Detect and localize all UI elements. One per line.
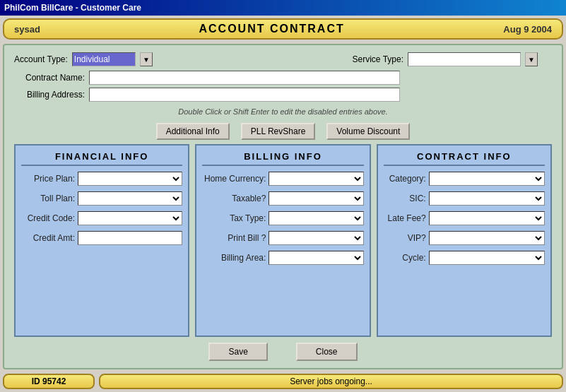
billing-address-label: Billing Address: — [14, 90, 85, 100]
header-user: sysad — [14, 24, 40, 35]
tax-type-select[interactable] — [269, 211, 363, 225]
credit-code-label: Credit Code: — [21, 213, 75, 223]
late-fee-select[interactable] — [429, 211, 545, 225]
late-fee-label: Late Fee? — [384, 213, 426, 223]
billing-address-input[interactable] — [89, 88, 400, 102]
financial-panel: FINANCIAL INFO Price Plan: Toll Plan: Cr… — [14, 144, 189, 337]
service-type-input[interactable] — [408, 52, 521, 66]
pll-revshare-button[interactable]: PLL RevShare — [241, 123, 316, 140]
additional-info-button[interactable]: Additional Info — [156, 123, 230, 140]
toll-plan-select[interactable] — [78, 191, 182, 206]
account-type-dropdown[interactable]: ▼ — [140, 52, 153, 66]
billing-area-label: Billing Area: — [202, 253, 266, 263]
print-bill-label: Print Bill ? — [202, 233, 266, 243]
vip-select[interactable] — [429, 231, 545, 245]
header-title: ACCOUNT CONTRACT — [199, 23, 345, 35]
hint-text: Double Click or Shift Enter to edit the … — [14, 107, 552, 116]
service-type-label: Service Type: — [353, 54, 403, 64]
category-label: Category: — [384, 174, 426, 184]
header-date: Aug 9 2004 — [503, 24, 552, 35]
home-currency-label: Home Currency: — [202, 174, 266, 184]
tax-type-label: Tax Type: — [202, 213, 266, 223]
service-type-dropdown[interactable]: ▼ — [525, 52, 538, 66]
account-type-input[interactable] — [72, 52, 136, 66]
billing-panel: BILLING INFO Home Currency: Taxable? Tax… — [195, 144, 370, 337]
toll-plan-label: Toll Plan: — [21, 194, 75, 203]
contract-panel-title: CONTRACT INFO — [384, 151, 545, 166]
billing-area-select[interactable] — [269, 251, 363, 265]
sic-label: SIC: — [384, 194, 426, 203]
contract-name-input[interactable] — [89, 71, 400, 85]
price-plan-select[interactable] — [78, 172, 182, 186]
cycle-select[interactable] — [429, 251, 545, 265]
account-type-label: Account Type: — [14, 54, 68, 64]
taxable-select[interactable] — [269, 191, 363, 206]
vip-label: VIP? — [384, 233, 426, 243]
category-select[interactable] — [429, 172, 545, 186]
close-button[interactable]: Close — [296, 343, 358, 361]
financial-panel-title: FINANCIAL INFO — [21, 151, 182, 166]
credit-amt-label: Credit Amt: — [21, 233, 75, 243]
home-currency-select[interactable] — [269, 172, 363, 186]
contract-panel: CONTRACT INFO Category: SIC: Late Fee? V… — [377, 144, 552, 337]
save-button[interactable]: Save — [208, 343, 267, 361]
volume-discount-button[interactable]: Volume Discount — [326, 123, 410, 140]
price-plan-label: Price Plan: — [21, 174, 75, 184]
taxable-label: Taxable? — [202, 194, 266, 203]
cycle-label: Cycle: — [384, 253, 426, 263]
app-title: PhilCom BillCare - Customer Care — [4, 3, 141, 13]
contract-name-label: Contract Name: — [14, 73, 85, 83]
status-message: Server jobs ongoing... — [99, 374, 563, 389]
sic-select[interactable] — [429, 191, 545, 206]
billing-panel-title: BILLING INFO — [202, 151, 363, 166]
credit-code-select[interactable] — [78, 211, 182, 225]
print-bill-select[interactable] — [269, 231, 363, 245]
status-id: ID 95742 — [3, 374, 95, 389]
credit-amt-input[interactable] — [78, 231, 182, 245]
